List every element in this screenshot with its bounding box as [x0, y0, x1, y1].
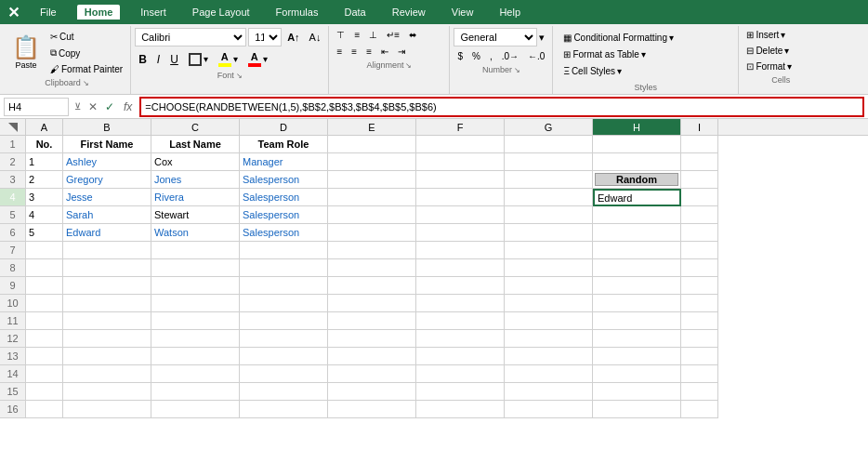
cell-12-B[interactable]: [63, 330, 151, 348]
cell-8-E[interactable]: [328, 259, 416, 277]
row-number-15[interactable]: 15: [0, 383, 26, 401]
cell-4-C[interactable]: Rivera: [151, 189, 240, 206]
cell-12-C[interactable]: [151, 330, 240, 348]
col-header-g[interactable]: G: [505, 119, 593, 135]
cell-13-E[interactable]: [328, 348, 416, 365]
cell-8-H[interactable]: [593, 259, 681, 277]
formula-enter-button[interactable]: ✓: [103, 100, 116, 113]
cell-11-A[interactable]: [26, 312, 63, 330]
cell-8-A[interactable]: [26, 259, 63, 277]
cell-15-D[interactable]: [240, 383, 328, 401]
merge-center-button[interactable]: ⬌: [405, 28, 420, 42]
align-middle-button[interactable]: ≡: [350, 28, 363, 42]
cell-12-D[interactable]: [240, 330, 328, 348]
cell-13-D[interactable]: [240, 348, 328, 365]
cell-6-F[interactable]: [416, 224, 505, 242]
underline-button[interactable]: U: [166, 51, 182, 68]
cell-4-I[interactable]: [681, 189, 718, 206]
cell-14-C[interactable]: [151, 365, 240, 383]
paste-button[interactable]: 📋 Paste: [7, 28, 45, 76]
cell-8-G[interactable]: [505, 259, 593, 277]
cell-9-H[interactable]: [593, 277, 681, 295]
cell-8-I[interactable]: [681, 259, 718, 277]
increase-font-button[interactable]: A↑: [283, 30, 303, 45]
cell-13-F[interactable]: [416, 348, 505, 365]
cell-15-H[interactable]: [593, 383, 681, 401]
cell-5-I[interactable]: [681, 206, 718, 224]
review-menu[interactable]: Review: [387, 5, 431, 20]
cell-14-E[interactable]: [328, 365, 416, 383]
cell-7-H[interactable]: [593, 242, 681, 259]
cell-8-D[interactable]: [240, 259, 328, 277]
page-layout-menu[interactable]: Page Layout: [187, 5, 256, 20]
cell-styles-button[interactable]: Ξ Cell Styles ▾: [559, 63, 732, 79]
cell-7-F[interactable]: [416, 242, 505, 259]
select-all-button[interactable]: [0, 119, 26, 135]
cell-9-C[interactable]: [151, 277, 240, 295]
cell-12-E[interactable]: [328, 330, 416, 348]
data-menu[interactable]: Data: [338, 5, 371, 20]
cell-1-C[interactable]: Last Name: [151, 136, 240, 153]
view-menu[interactable]: View: [446, 5, 480, 20]
row-number-6[interactable]: 6: [0, 224, 26, 242]
fill-color-button[interactable]: A ▾: [215, 49, 242, 69]
cell-15-I[interactable]: [681, 383, 718, 401]
cell-13-H[interactable]: [593, 348, 681, 365]
col-header-a[interactable]: A: [26, 119, 63, 135]
row-number-7[interactable]: 7: [0, 242, 26, 259]
cell-6-D[interactable]: Salesperson: [240, 224, 328, 242]
decrease-font-button[interactable]: A↓: [306, 30, 325, 45]
cell-10-D[interactable]: [240, 295, 328, 312]
cell-9-E[interactable]: [328, 277, 416, 295]
number-expand-icon[interactable]: ↘: [514, 66, 520, 74]
cell-10-C[interactable]: [151, 295, 240, 312]
cell-14-B[interactable]: [63, 365, 151, 383]
cell-10-F[interactable]: [416, 295, 505, 312]
cell-10-B[interactable]: [63, 295, 151, 312]
cell-16-F[interactable]: [416, 401, 505, 418]
col-header-c[interactable]: C: [151, 119, 240, 135]
row-number-12[interactable]: 12: [0, 330, 26, 348]
cell-16-B[interactable]: [63, 401, 151, 418]
cell-2-G[interactable]: [505, 153, 593, 171]
cell-8-F[interactable]: [416, 259, 505, 277]
cell-16-G[interactable]: [505, 401, 593, 418]
cell-7-B[interactable]: [63, 242, 151, 259]
format-as-table-button[interactable]: ⊞ Format as Table ▾: [559, 46, 732, 62]
random-button[interactable]: Random: [595, 173, 678, 186]
cell-4-H[interactable]: Edward: [593, 189, 681, 206]
comma-button[interactable]: ,: [486, 49, 496, 63]
cell-7-I[interactable]: [681, 242, 718, 259]
cell-12-I[interactable]: [681, 330, 718, 348]
cell-9-I[interactable]: [681, 277, 718, 295]
help-menu[interactable]: Help: [493, 5, 526, 20]
clipboard-expand-icon[interactable]: ↘: [83, 79, 89, 87]
row-number-14[interactable]: 14: [0, 365, 26, 383]
cell-2-C[interactable]: Cox: [151, 153, 240, 171]
italic-button[interactable]: I: [153, 51, 164, 68]
cell-14-H[interactable]: [593, 365, 681, 383]
cell-10-G[interactable]: [505, 295, 593, 312]
row-number-16[interactable]: 16: [0, 401, 26, 418]
formula-input-box[interactable]: =CHOOSE(RANDBETWEEN(1,5),$B$2,$B$3,$B$4,…: [139, 97, 864, 117]
cell-3-A[interactable]: 2: [26, 171, 63, 189]
cell-3-E[interactable]: [328, 171, 416, 189]
cell-1-H[interactable]: [593, 136, 681, 153]
cell-7-D[interactable]: [240, 242, 328, 259]
cell-6-B[interactable]: Edward: [63, 224, 151, 242]
row-number-3[interactable]: 3: [0, 171, 26, 189]
cell-9-D[interactable]: [240, 277, 328, 295]
cell-7-A[interactable]: [26, 242, 63, 259]
insert-menu[interactable]: Insert: [135, 5, 172, 20]
cell-8-C[interactable]: [151, 259, 240, 277]
decrease-decimal-button[interactable]: ←.0: [524, 49, 548, 63]
decrease-indent-button[interactable]: ⇤: [377, 45, 392, 59]
cell-6-C[interactable]: Watson: [151, 224, 240, 242]
cell-11-G[interactable]: [505, 312, 593, 330]
cell-3-F[interactable]: [416, 171, 505, 189]
cell-15-B[interactable]: [63, 383, 151, 401]
cell-1-B[interactable]: First Name: [63, 136, 151, 153]
cell-1-E[interactable]: [328, 136, 416, 153]
col-header-h[interactable]: H: [593, 119, 681, 135]
col-header-e[interactable]: E: [328, 119, 416, 135]
